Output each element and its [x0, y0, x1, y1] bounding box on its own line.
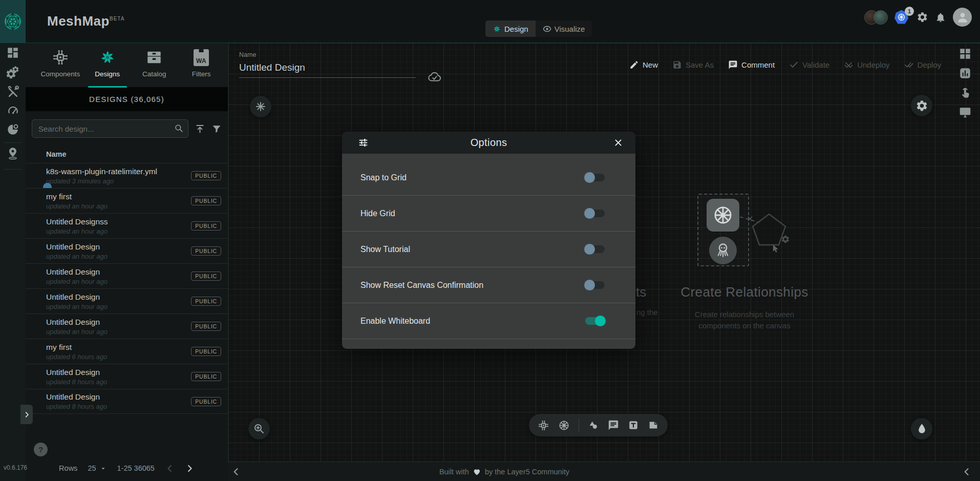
option-label: Hide Grid [360, 209, 395, 218]
design-name: Untitled Design [46, 242, 191, 252]
design-list-item[interactable]: Untitled Design updated 8 hours ago PUBL… [26, 364, 228, 389]
analytics-icon[interactable] [958, 67, 972, 80]
option-row: Hide Grid [342, 196, 635, 232]
meshmap-app: MeshMapBETA DesignVisualize 1 ? [0, 0, 980, 481]
nav-performance-gauge-icon[interactable] [0, 104, 26, 117]
collaborator-avatar-2[interactable] [874, 10, 888, 25]
visibility-badge: PUBLIC [191, 347, 221, 356]
shapes-tool-icon[interactable] [588, 420, 599, 431]
design-list-item[interactable]: k8s-wasm-plugin-ratelimiter.yml updated … [26, 163, 228, 188]
visibility-badge: PUBLIC [191, 196, 221, 205]
nav-kanvas-pin-icon[interactable] [0, 147, 26, 160]
zoom-button[interactable] [248, 418, 270, 440]
drawer-expand-button[interactable] [20, 405, 33, 424]
display-icon[interactable] [958, 106, 972, 119]
rows-per-page-select[interactable]: 25 [88, 464, 106, 472]
close-icon[interactable] [613, 138, 623, 148]
design-name: Untitled Design [46, 368, 191, 377]
onboarding-subtitle-line2: components on the canvas [668, 320, 821, 331]
app-title: MeshMapBETA [47, 13, 124, 29]
option-row: Snap to Grid [342, 160, 635, 196]
eye-icon [543, 25, 551, 33]
design-list: k8s-wasm-plugin-ratelimiter.yml updated … [26, 163, 228, 414]
toolbar-action-button[interactable]: Save As [672, 60, 714, 70]
toolbar-action-button[interactable]: Deploy [904, 60, 942, 70]
toolbar-action-button[interactable]: New [629, 60, 658, 70]
design-name-input[interactable] [239, 62, 416, 78]
design-list-item[interactable]: Untitled Design updated an hour ago PUBL… [26, 263, 228, 288]
design-list-item[interactable]: my first updated 6 hours ago PUBLIC [26, 339, 228, 364]
profile-avatar[interactable] [953, 8, 972, 27]
widgets-icon[interactable] [958, 47, 972, 60]
kubernetes-context[interactable]: 1 [894, 10, 910, 25]
toolbar-action-button[interactable]: Comment [728, 60, 775, 70]
design-list-item[interactable]: my first updated an hour ago PUBLIC [26, 188, 228, 213]
comment-icon [728, 60, 738, 70]
components-tool-icon[interactable] [538, 420, 549, 431]
touch-interact-icon[interactable] [958, 86, 972, 99]
option-toggle[interactable] [585, 210, 605, 217]
design-updated: updated an hour ago [46, 278, 191, 285]
prev-page-button[interactable] [165, 464, 175, 473]
design-updated: updated 8 hours ago [46, 403, 191, 410]
circuit-icon [52, 48, 69, 67]
layer5-logo[interactable] [0, 0, 26, 43]
onboarding-title: Create Relationships [668, 284, 821, 300]
option-toggle[interactable] [585, 317, 605, 325]
nav-tab[interactable]: Components [37, 48, 84, 87]
nav-tab[interactable]: WA Filters [178, 48, 225, 87]
toolbar-action-button[interactable]: Validate [789, 60, 829, 70]
nav-dashboard-icon[interactable] [0, 46, 26, 59]
next-page-button[interactable] [185, 464, 195, 473]
search-input[interactable] [32, 119, 188, 138]
settings-gear-icon[interactable] [917, 11, 928, 23]
search-row [32, 119, 222, 138]
kubernetes-tool-icon[interactable] [558, 420, 570, 431]
option-toggle[interactable] [585, 281, 605, 289]
magnifier-plus-icon [253, 423, 265, 435]
help-button[interactable]: ? [34, 443, 48, 456]
nav-mesh-pie-icon[interactable] [0, 123, 26, 136]
mode-toggle[interactable]: Design [485, 20, 536, 37]
option-toggle[interactable] [585, 245, 605, 253]
deploy-drop-button[interactable] [911, 418, 932, 440]
comment-tool-icon[interactable] [608, 420, 619, 431]
onboarding-subtitle-line1: Create relationships between [668, 309, 821, 320]
filter-funnel-icon[interactable] [211, 123, 222, 134]
collapse-left-button[interactable] [231, 467, 241, 477]
nav-tab[interactable]: Designs [84, 48, 131, 87]
mode-toggle[interactable]: Visualize [536, 20, 592, 37]
canvas-settings-button[interactable] [911, 95, 932, 116]
design-updated: updated an hour ago [46, 328, 191, 336]
occluded-card-subtitle-fragment: ng the [636, 308, 658, 317]
import-design-icon[interactable] [195, 123, 205, 134]
option-toggle[interactable] [585, 174, 605, 181]
double-check-icon [904, 60, 914, 70]
rows-label: Rows [59, 464, 77, 472]
option-label: Enable Whiteboard [360, 317, 430, 326]
collaborator-avatars [864, 10, 888, 25]
design-list-item[interactable]: Untitled Design updated 8 hours ago PUBL… [26, 389, 228, 414]
visibility-badge: PUBLIC [191, 171, 221, 180]
notifications-bell-icon[interactable] [935, 12, 946, 23]
nav-toolkit-icon[interactable] [0, 85, 26, 98]
design-name: k8s-wasm-plugin-ratelimiter.yml [46, 167, 191, 176]
design-list-item[interactable]: Untitled Designss updated an hour ago PU… [26, 213, 228, 238]
drawer-icon [145, 48, 163, 67]
media-tool-icon[interactable] [648, 420, 659, 431]
collapse-right-button[interactable] [962, 467, 972, 477]
design-list-item[interactable]: Untitled Design updated an hour ago PUBL… [26, 238, 228, 263]
canvas-config-button[interactable] [250, 96, 271, 117]
context-count-badge: 1 [905, 7, 914, 16]
design-list-item[interactable]: Untitled Design updated an hour ago PUBL… [26, 313, 228, 339]
design-list-item[interactable]: Untitled Design updated an hour ago PUBL… [26, 288, 228, 313]
toolbar-action-button[interactable]: Undeploy [844, 60, 889, 70]
text-tool-icon[interactable] [628, 420, 639, 431]
nav-tab[interactable]: Catalog [131, 48, 178, 87]
options-modal-body: Snap to Grid Hide Grid Show Tutorial Sho… [342, 154, 635, 349]
option-label: Show Reset Canvas Confirmation [360, 281, 483, 290]
design-updated: updated an hour ago [46, 202, 191, 210]
design-updated: updated an hour ago [46, 227, 191, 235]
nav-lifecycle-gears-icon[interactable] [0, 66, 26, 80]
check-icon [789, 60, 799, 70]
